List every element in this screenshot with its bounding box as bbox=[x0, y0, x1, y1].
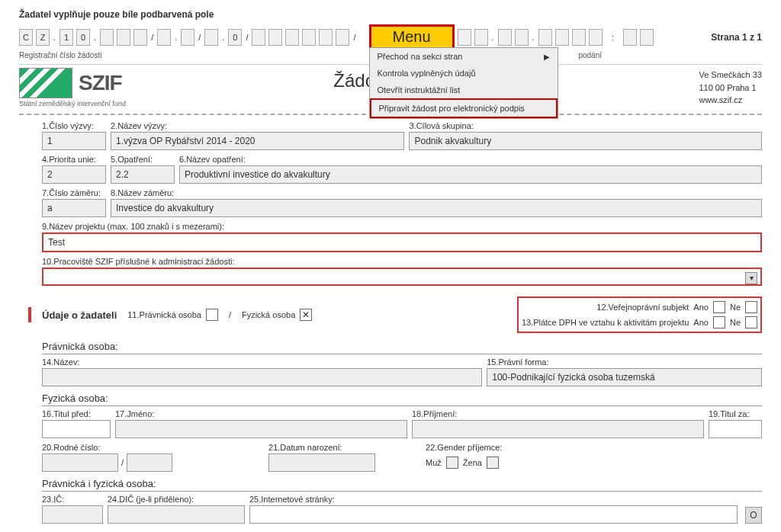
menu-item-validate[interactable]: Kontrola vyplněných údajů bbox=[370, 65, 558, 82]
field-16-label: 16.Titul před: bbox=[42, 409, 111, 418]
menu-item-prepare-signature[interactable]: Připravit žádost pro elektronický podpis bbox=[370, 98, 558, 118]
ne-label: Ne bbox=[730, 303, 741, 312]
code-cell bbox=[623, 29, 637, 46]
field-8-value: Investice do akvakultury bbox=[111, 199, 762, 217]
field-24-value bbox=[108, 505, 245, 524]
logo-text: SZIF bbox=[79, 71, 122, 95]
o-button[interactable]: O bbox=[745, 507, 762, 524]
menu-button[interactable]: Menu bbox=[369, 24, 455, 50]
field-2-label: 2.Název výzvy: bbox=[111, 121, 404, 130]
chevron-right-icon: ▶ bbox=[544, 53, 550, 61]
code-cell bbox=[555, 29, 569, 46]
field-4-label: 4.Priorita unie: bbox=[42, 155, 106, 164]
menu-item-label: Kontrola vyplněných údajů bbox=[378, 69, 476, 78]
field-6-label: 6.Název opatření: bbox=[179, 155, 762, 164]
field-2-value: 1.výzva OP Rybářství 2014 - 2020 bbox=[111, 132, 404, 150]
code-cell bbox=[268, 29, 282, 46]
menu-item-label: Přechod na sekci stran bbox=[378, 52, 463, 61]
field-5-value: 2.2 bbox=[111, 165, 175, 184]
field-7-label: 7.Číslo záměru: bbox=[42, 188, 106, 197]
code-cell bbox=[589, 29, 603, 46]
logo-graphic bbox=[19, 68, 72, 98]
code-cell bbox=[458, 29, 471, 46]
q12-label: 12.Veřejnoprávní subjekt bbox=[596, 303, 689, 312]
slash: / bbox=[223, 310, 237, 319]
code-cell bbox=[319, 29, 333, 46]
code-cell bbox=[133, 29, 147, 46]
szif-logo: SZIF Státní zemědělský intervenční fond bbox=[19, 68, 126, 107]
q12-ne-checkbox[interactable] bbox=[745, 301, 757, 313]
code-cell bbox=[572, 29, 586, 46]
field-5-label: 5.Opatření: bbox=[111, 155, 175, 164]
field-19-input[interactable] bbox=[709, 420, 762, 438]
field-3-value: Podnik akvakultury bbox=[409, 132, 762, 150]
code-cell bbox=[157, 29, 171, 46]
field-10-select[interactable] bbox=[42, 268, 762, 286]
field-24-label: 24.DIČ (je-li přiděleno): bbox=[108, 495, 245, 504]
reg-number-label: Registrační číslo žádosti bbox=[19, 51, 101, 59]
section-title-applicant: Údaje o žadateli bbox=[42, 309, 117, 321]
dot: . bbox=[532, 33, 535, 42]
code-cell bbox=[252, 29, 265, 46]
q12-ano-checkbox[interactable] bbox=[713, 301, 725, 313]
gender-female-checkbox[interactable] bbox=[487, 457, 499, 469]
ano-label: Ano bbox=[693, 303, 709, 312]
menu-dropdown: Přechod na sekci stran ▶ Kontrola vyplně… bbox=[369, 47, 558, 119]
field-20-label: 20.Rodné číslo: bbox=[42, 443, 172, 452]
ne-label: Ne bbox=[730, 318, 741, 327]
code-cell bbox=[498, 29, 512, 46]
code-cell bbox=[515, 29, 529, 46]
code-cell bbox=[640, 29, 654, 46]
dot: . bbox=[93, 33, 97, 42]
page-counter: Strana 1 z 1 bbox=[711, 32, 762, 43]
field-18-value bbox=[412, 420, 704, 438]
dot: . bbox=[174, 33, 178, 42]
code-cell bbox=[336, 29, 349, 46]
code-cell bbox=[302, 29, 316, 46]
highlighted-questions: 12.Veřejnoprávní subjekt Ano Ne 13.Plátc… bbox=[517, 296, 762, 333]
address-line: www.szif.cz bbox=[699, 94, 762, 107]
colon: : bbox=[606, 33, 620, 42]
field-20a-value bbox=[42, 453, 118, 472]
subsection-physical-person: Fyzická osoba: bbox=[42, 393, 762, 404]
field-23-value bbox=[42, 505, 103, 524]
ano-label: Ano bbox=[693, 318, 709, 327]
slash: / bbox=[352, 33, 356, 42]
menu-item-open-instructions[interactable]: Otevřít instruktážní list bbox=[370, 82, 558, 98]
dot: . bbox=[491, 33, 495, 42]
field-18-label: 18.Příjmení: bbox=[412, 409, 704, 418]
code-cell: 0 bbox=[228, 29, 242, 46]
checkbox-physical-person[interactable]: ✕ bbox=[300, 309, 312, 321]
field-9-input[interactable]: Test bbox=[42, 232, 762, 252]
code-cell bbox=[204, 29, 218, 46]
dot: . bbox=[53, 33, 56, 42]
submission-label: podání bbox=[578, 51, 602, 59]
address-line: 110 00 Praha 1 bbox=[699, 82, 762, 95]
field-25-input[interactable] bbox=[249, 505, 738, 524]
field-16-input[interactable] bbox=[42, 420, 111, 438]
field-17-label: 17.Jméno: bbox=[115, 409, 407, 418]
field-21-label: 21.Datum narození: bbox=[268, 443, 375, 452]
field-20b-value bbox=[127, 453, 172, 472]
q13-ne-checkbox[interactable] bbox=[745, 316, 757, 328]
address-block: Ve Smečkách 33 110 00 Praha 1 www.szif.c… bbox=[699, 69, 762, 107]
field-15-label: 15.Právní forma: bbox=[487, 357, 762, 367]
q13-label: 13.Plátce DPH ve vztahu k aktivitám proj… bbox=[522, 318, 689, 327]
code-cell: Z bbox=[36, 29, 50, 46]
menu-item-goto-section[interactable]: Přechod na sekci stran ▶ bbox=[370, 48, 558, 65]
gender-male-checkbox[interactable] bbox=[446, 457, 458, 469]
section-marker-icon bbox=[28, 307, 31, 322]
menu-item-label: Připravit žádost pro elektronický podpis bbox=[379, 104, 525, 113]
form-instruction: Žadatel vyplňuje pouze bíle podbarvená p… bbox=[19, 9, 762, 20]
code-cell bbox=[181, 29, 194, 46]
slash: / bbox=[245, 33, 249, 42]
code-cell bbox=[538, 29, 552, 46]
checkbox-legal-person[interactable] bbox=[206, 309, 218, 321]
code-cell: 1 bbox=[59, 29, 73, 46]
field-8-label: 8.Název záměru: bbox=[111, 188, 762, 197]
slash: / bbox=[121, 458, 124, 467]
field-3-label: 3.Cílová skupina: bbox=[409, 121, 762, 130]
field-7-value: a bbox=[42, 199, 106, 217]
q13-ano-checkbox[interactable] bbox=[713, 316, 725, 328]
field-15-value: 100-Podnikající fyzická osoba tuzemská bbox=[487, 368, 762, 386]
